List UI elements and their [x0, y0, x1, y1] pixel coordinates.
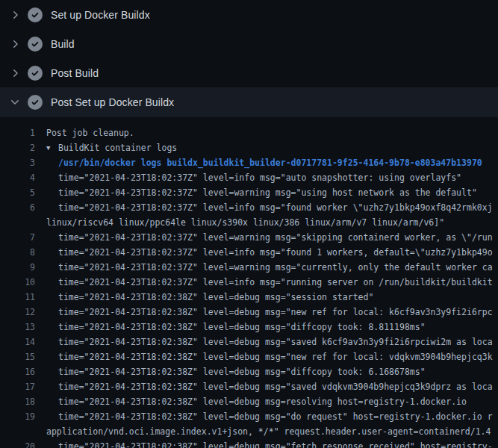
line-number[interactable]: 3 [0, 155, 35, 170]
log-line: 6time="2021-04-23T18:02:37Z" level=info … [0, 200, 498, 215]
log-line: 20time="2021-04-23T18:02:38Z" level=debu… [0, 439, 498, 448]
line-number[interactable]: 2 [0, 140, 35, 155]
line-number[interactable]: 20 [0, 439, 35, 448]
group-expanded-triangle-icon[interactable]: ▼ [46, 140, 58, 155]
chevron-right-icon[interactable] [9, 67, 21, 79]
log-panel: 1Post job cleanup.2▼BuildKit container l… [0, 118, 498, 448]
step-row-post-build[interactable]: Post Build [0, 58, 498, 87]
chevron-right-icon[interactable] [9, 38, 21, 50]
log-line: 3/usr/bin/docker logs buildx_buildkit_bu… [0, 155, 498, 170]
line-number[interactable]: 11 [0, 290, 35, 305]
log-text: time="2021-04-23T18:02:37Z" level=info m… [58, 200, 493, 215]
log-line: 8time="2021-04-23T18:02:37Z" level=info … [0, 245, 498, 260]
log-text: ▼BuildKit container logs [46, 140, 177, 155]
log-text: time="2021-04-23T18:02:37Z" level=info m… [58, 170, 461, 185]
line-number[interactable]: 12 [0, 305, 35, 320]
step-label: Post Set up Docker Buildx [51, 96, 174, 108]
log-text: linux/riscv64 linux/ppc64le linux/s390x … [46, 215, 444, 230]
line-number[interactable]: 14 [0, 335, 35, 349]
log-line: 1Post job cleanup. [0, 125, 498, 140]
group-title: BuildKit container logs [58, 143, 177, 153]
log-line: 9time="2021-04-23T18:02:37Z" level=warni… [0, 260, 498, 275]
log-text: time="2021-04-23T18:02:38Z" level=debug … [58, 349, 493, 364]
step-label: Build [51, 38, 75, 50]
chevron-right-icon[interactable] [9, 9, 21, 21]
log-line: 18time="2021-04-23T18:02:38Z" level=debu… [0, 394, 498, 409]
log-line: 13time="2021-04-23T18:02:38Z" level=debu… [0, 320, 498, 335]
log-text: time="2021-04-23T18:02:38Z" level=debug … [58, 290, 373, 305]
log-text: Post job cleanup. [46, 125, 134, 140]
line-number[interactable]: 17 [0, 379, 35, 394]
line-number [0, 424, 35, 439]
step-row-set-up-docker-buildx[interactable]: Set up Docker Buildx [0, 0, 498, 29]
log-text: time="2021-04-23T18:02:38Z" level=debug … [58, 394, 467, 409]
log-line: 5time="2021-04-23T18:02:37Z" level=warni… [0, 185, 498, 200]
log-text: time="2021-04-23T18:02:38Z" level=debug … [58, 335, 493, 349]
step-row-build[interactable]: Build [0, 29, 498, 58]
log-text: time="2021-04-23T18:02:38Z" level=debug … [58, 409, 493, 424]
log-line: 12time="2021-04-23T18:02:38Z" level=debu… [0, 305, 498, 320]
log-text: time="2021-04-23T18:02:37Z" level=warnin… [58, 185, 477, 200]
log-line: 4time="2021-04-23T18:02:37Z" level=info … [0, 170, 498, 185]
log-text: time="2021-04-23T18:02:38Z" level=debug … [58, 320, 426, 335]
line-number[interactable]: 13 [0, 320, 35, 335]
line-number[interactable]: 5 [0, 185, 35, 200]
log-text: time="2021-04-23T18:02:37Z" level=info m… [58, 275, 493, 290]
check-circle-icon [28, 66, 43, 81]
log-text: time="2021-04-23T18:02:38Z" level=debug … [58, 364, 426, 379]
log-line: 14time="2021-04-23T18:02:38Z" level=debu… [0, 335, 498, 349]
line-number[interactable]: 16 [0, 364, 35, 379]
step-row-post-set-up-docker-buildx[interactable]: Post Set up Docker Buildx [0, 87, 498, 117]
step-label: Set up Docker Buildx [51, 9, 150, 21]
step-list: Set up Docker BuildxBuildPost BuildPost … [0, 0, 498, 117]
log-line: 17time="2021-04-23T18:02:38Z" level=debu… [0, 379, 498, 394]
line-number[interactable]: 18 [0, 394, 35, 409]
line-number[interactable]: 19 [0, 409, 35, 424]
line-number[interactable]: 1 [0, 125, 35, 140]
line-number[interactable]: 7 [0, 230, 35, 245]
line-number[interactable]: 8 [0, 245, 35, 260]
log-line-wrap: application/vnd.oci.image.index.v1+json,… [0, 424, 498, 439]
log-line: 10time="2021-04-23T18:02:37Z" level=info… [0, 275, 498, 290]
log-line: 7time="2021-04-23T18:02:37Z" level=warni… [0, 230, 498, 245]
line-number[interactable]: 6 [0, 200, 35, 215]
step-label: Post Build [51, 67, 99, 79]
log-line: 19time="2021-04-23T18:02:38Z" level=debu… [0, 409, 498, 424]
log-line: 11time="2021-04-23T18:02:38Z" level=debu… [0, 290, 498, 305]
log-text: time="2021-04-23T18:02:37Z" level=warnin… [58, 260, 493, 275]
line-number[interactable]: 4 [0, 170, 35, 185]
log-text: time="2021-04-23T18:02:38Z" level=debug … [58, 379, 493, 394]
log-text: time="2021-04-23T18:02:38Z" level=debug … [58, 305, 493, 320]
log-line: 16time="2021-04-23T18:02:38Z" level=debu… [0, 364, 498, 379]
log-text: time="2021-04-23T18:02:38Z" level=debug … [58, 439, 493, 448]
check-circle-icon [28, 37, 43, 52]
line-number[interactable]: 15 [0, 349, 35, 364]
log-line[interactable]: 2▼BuildKit container logs [0, 140, 498, 155]
log-text: application/vnd.oci.image.index.v1+json,… [46, 424, 491, 439]
line-number[interactable]: 10 [0, 275, 35, 290]
line-number [0, 215, 35, 230]
actions-log-viewer: Set up Docker BuildxBuildPost BuildPost … [0, 0, 498, 448]
line-number[interactable]: 9 [0, 260, 35, 275]
log-text: time="2021-04-23T18:02:37Z" level=warnin… [58, 230, 493, 245]
chevron-down-icon[interactable] [9, 96, 21, 108]
command-text: /usr/bin/docker logs buildx_buildkit_bui… [58, 155, 482, 170]
log-text: time="2021-04-23T18:02:37Z" level=info m… [58, 245, 493, 260]
log-line: 15time="2021-04-23T18:02:38Z" level=debu… [0, 349, 498, 364]
log-line-wrap: linux/riscv64 linux/ppc64le linux/s390x … [0, 215, 498, 230]
check-circle-icon [28, 7, 43, 22]
check-circle-icon [28, 95, 43, 110]
